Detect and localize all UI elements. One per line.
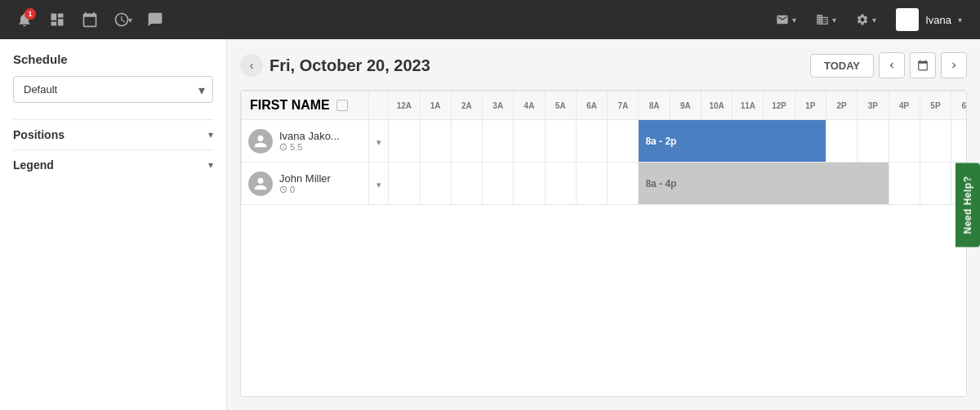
time-cell[interactable] (608, 163, 639, 205)
employee-name: John Miller (279, 172, 331, 185)
messages-icon[interactable] (140, 5, 170, 34)
shift-cell[interactable]: 8a - 4p (639, 163, 889, 205)
table-row: Ivana Jako... 5.5 ▾ (242, 120, 968, 163)
sidebar-title: Schedule (13, 52, 213, 66)
time-cell[interactable] (451, 163, 482, 205)
time-cell[interactable] (483, 163, 514, 205)
shift-bar[interactable]: 8a - 4p (639, 171, 888, 197)
time-cell[interactable] (545, 163, 576, 205)
time-cell[interactable] (576, 163, 607, 205)
back-button[interactable]: ‹ (240, 54, 263, 77)
shift-bar[interactable]: 8a - 2p (639, 128, 826, 154)
employee-name: Ivana Jako... (279, 130, 340, 142)
time-cell[interactable] (608, 120, 639, 163)
main-layout: Schedule Default ▾ Positions ▾ Legend ▾ … (0, 39, 980, 410)
schedule-table-wrap: FIRST NAME 12A 1A 2A 3A 4A 5A 6A 7A (240, 90, 967, 397)
col-header-12a: 12A (389, 91, 420, 120)
col-header-6p: 6P (951, 91, 967, 120)
expand-icon[interactable]: ▾ (376, 137, 381, 147)
col-header-2a: 2A (451, 91, 482, 120)
time-cell[interactable] (483, 120, 514, 163)
time-cell[interactable] (420, 163, 451, 205)
header-controls: TODAY (810, 52, 967, 78)
col-header-3p: 3P (858, 91, 889, 120)
expand-cell[interactable]: ▾ (369, 120, 389, 163)
positions-label: Positions (13, 128, 65, 141)
col-header-1a: 1A (420, 91, 451, 120)
time-cell[interactable] (389, 120, 420, 163)
time-cell[interactable] (514, 120, 545, 163)
col-header-3a: 3A (483, 91, 514, 120)
legend-arrow-icon: ▾ (208, 159, 213, 171)
schedule-select[interactable]: Default (13, 76, 213, 103)
user-name: Ivana (925, 14, 951, 26)
col-header-12p: 12P (764, 91, 795, 120)
time-cell[interactable] (545, 120, 576, 163)
inbox-dropdown-btn[interactable]: ▾ (768, 8, 804, 31)
col-header-5a: 5A (545, 91, 576, 120)
clock-icon[interactable]: ▾ (108, 5, 137, 34)
shift-label: 8a - 4p (645, 178, 676, 189)
building-dropdown-btn[interactable]: ▾ (808, 8, 844, 31)
date-navigation: ‹ Fri, October 20, 2023 (240, 54, 430, 77)
col-header-9a: 9A (670, 91, 701, 120)
employee-info: John Miller 0 (279, 172, 331, 194)
col-header-1p: 1P (795, 91, 826, 120)
time-cell[interactable] (451, 120, 482, 163)
schedule-select-wrap: Default ▾ (13, 76, 213, 103)
employee-info: Ivana Jako... 5.5 (279, 130, 340, 152)
time-cell[interactable] (514, 163, 545, 205)
top-navigation: 1 ▾ ▾ ▾ ▾ Ivana ▾ (0, 0, 980, 39)
time-cell[interactable] (889, 163, 920, 205)
col-header-8a: 8A (639, 91, 670, 120)
time-cell[interactable] (920, 163, 951, 205)
next-button[interactable] (941, 52, 967, 78)
user-menu[interactable]: Ivana ▾ (888, 5, 970, 34)
time-cell[interactable] (420, 120, 451, 163)
employee-name-cell: Ivana Jako... 5.5 (242, 120, 369, 163)
notification-badge: 1 (24, 8, 36, 20)
dashboard-icon[interactable] (42, 5, 72, 34)
prev-button[interactable] (879, 52, 905, 78)
date-title: Fri, October 20, 2023 (270, 56, 430, 75)
table-header-row: FIRST NAME 12A 1A 2A 3A 4A 5A 6A 7A (242, 91, 968, 120)
schedule-table: FIRST NAME 12A 1A 2A 3A 4A 5A 6A 7A (241, 91, 967, 205)
need-help-button[interactable]: Need Help? (956, 163, 980, 247)
employee-hours: 5.5 (279, 142, 340, 152)
employee-name-cell: John Miller 0 (242, 163, 369, 205)
today-button[interactable]: TODAY (810, 54, 874, 78)
schedule-icon[interactable] (75, 5, 105, 34)
time-cell[interactable] (576, 120, 607, 163)
time-cell[interactable] (920, 120, 951, 163)
expand-cell[interactable]: ▾ (369, 163, 389, 205)
positions-arrow-icon: ▾ (208, 129, 213, 140)
legend-section[interactable]: Legend ▾ (13, 149, 213, 180)
employee-hours: 0 (279, 185, 331, 194)
avatar (248, 129, 273, 154)
time-cell[interactable] (858, 120, 889, 163)
avatar (248, 172, 273, 196)
positions-section[interactable]: Positions ▾ (13, 119, 213, 149)
col-header-name: FIRST NAME (242, 91, 369, 120)
col-header-6a: 6A (576, 91, 607, 120)
time-cell[interactable] (389, 163, 420, 205)
first-name-label: FIRST NAME (250, 98, 330, 113)
col-header-10a: 10A (701, 91, 732, 120)
time-cell[interactable] (889, 120, 920, 163)
time-cell[interactable] (951, 120, 967, 163)
col-header-5p: 5P (920, 91, 951, 120)
content-header: ‹ Fri, October 20, 2023 TODAY (240, 52, 967, 78)
settings-dropdown-btn[interactable]: ▾ (848, 8, 884, 31)
calendar-picker-button[interactable] (910, 52, 936, 78)
select-all-checkbox[interactable] (336, 100, 348, 111)
table-row: John Miller 0 ▾ (242, 163, 968, 205)
time-cell[interactable] (826, 120, 858, 163)
shift-cell[interactable]: 8a - 2p (639, 120, 826, 163)
notifications-icon[interactable]: 1 (10, 5, 39, 34)
sidebar: Schedule Default ▾ Positions ▾ Legend ▾ (0, 39, 227, 410)
col-header-expand (369, 91, 389, 120)
expand-icon[interactable]: ▾ (376, 180, 381, 189)
shift-label: 8a - 2p (645, 136, 676, 147)
col-header-4p: 4P (889, 91, 920, 120)
user-avatar (896, 8, 919, 31)
